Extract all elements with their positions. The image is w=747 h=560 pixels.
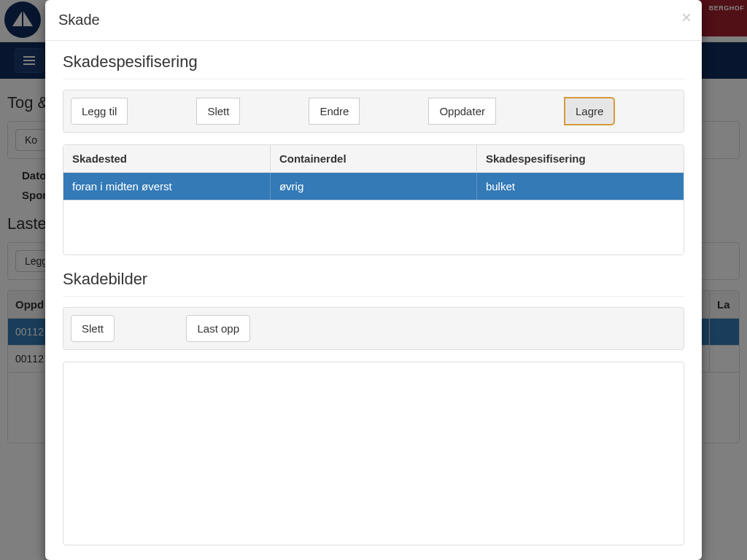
save-button[interactable]: Lagre bbox=[565, 98, 614, 125]
th-containerdel[interactable]: Containerdel bbox=[271, 145, 477, 172]
spec-table-body: foran i midten øverst øvrig bulket bbox=[63, 173, 684, 254]
modal-header: Skade × bbox=[45, 0, 702, 41]
spec-table-head: Skadested Containerdel Skadespesifiserin… bbox=[63, 145, 684, 173]
modal-skade: Skade × Skadespesifisering Legg til Slet… bbox=[45, 0, 702, 560]
cell-containerdel: øvrig bbox=[271, 173, 477, 200]
spec-toolbar: Legg til Slett Endre Oppdater Lagre bbox=[63, 90, 684, 133]
section-title-spec: Skadespesifisering bbox=[63, 52, 684, 71]
table-row[interactable]: foran i midten øverst øvrig bulket bbox=[63, 173, 684, 201]
image-dropzone[interactable] bbox=[63, 362, 684, 545]
image-delete-button[interactable]: Slett bbox=[71, 315, 115, 342]
spec-table: Skadested Containerdel Skadespesifiserin… bbox=[63, 144, 684, 255]
modal-title: Skade bbox=[58, 12, 689, 28]
divider bbox=[63, 79, 684, 79]
image-upload-button[interactable]: Last opp bbox=[186, 315, 250, 342]
divider bbox=[63, 296, 684, 297]
close-icon[interactable]: × bbox=[681, 9, 692, 26]
cell-skadespesifisering: bulket bbox=[477, 173, 684, 200]
edit-button[interactable]: Endre bbox=[309, 98, 360, 125]
th-skadespesifisering[interactable]: Skadespesifisering bbox=[477, 145, 684, 172]
spec-btn-group: Legg til Slett Endre Oppdater Lagre bbox=[71, 98, 614, 125]
delete-button[interactable]: Slett bbox=[196, 98, 240, 125]
th-skadested[interactable]: Skadested bbox=[63, 145, 271, 172]
cell-skadested: foran i midten øverst bbox=[63, 173, 271, 200]
section-title-images: Skadebilder bbox=[63, 270, 684, 289]
modal-body: Skadespesifisering Legg til Slett Endre … bbox=[45, 41, 702, 557]
images-toolbar: Slett Last opp bbox=[63, 307, 684, 350]
add-button[interactable]: Legg til bbox=[71, 98, 128, 125]
update-button[interactable]: Oppdater bbox=[428, 98, 496, 125]
